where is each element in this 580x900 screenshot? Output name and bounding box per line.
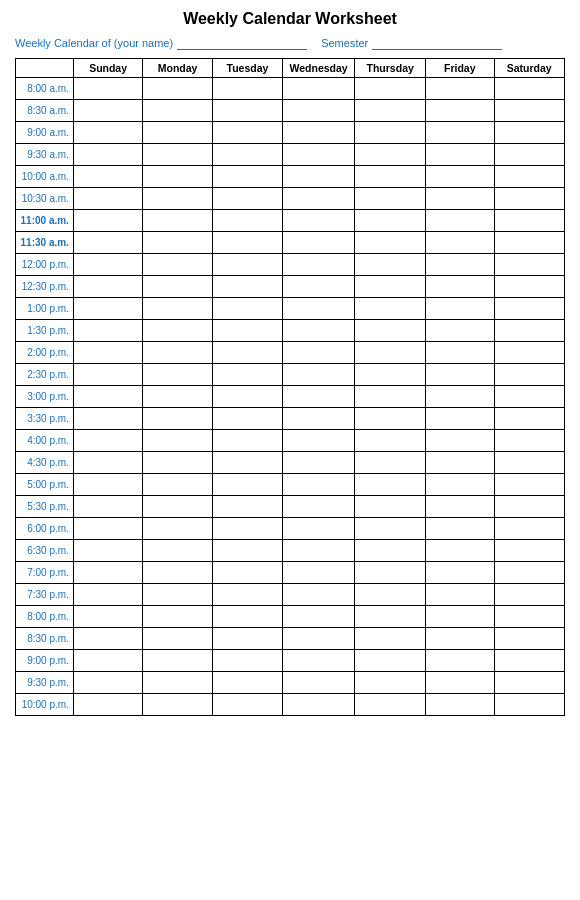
calendar-cell[interactable] — [73, 298, 142, 320]
calendar-cell[interactable] — [143, 694, 213, 716]
calendar-cell[interactable] — [355, 298, 426, 320]
calendar-cell[interactable] — [212, 672, 282, 694]
calendar-cell[interactable] — [282, 254, 354, 276]
calendar-cell[interactable] — [212, 452, 282, 474]
calendar-cell[interactable] — [212, 232, 282, 254]
calendar-cell[interactable] — [73, 496, 142, 518]
calendar-cell[interactable] — [494, 694, 565, 716]
calendar-cell[interactable] — [73, 122, 142, 144]
calendar-cell[interactable] — [355, 562, 426, 584]
calendar-cell[interactable] — [282, 364, 354, 386]
calendar-cell[interactable] — [143, 408, 213, 430]
calendar-cell[interactable] — [355, 232, 426, 254]
calendar-cell[interactable] — [355, 474, 426, 496]
calendar-cell[interactable] — [282, 650, 354, 672]
calendar-cell[interactable] — [282, 144, 354, 166]
calendar-cell[interactable] — [426, 166, 494, 188]
calendar-cell[interactable] — [426, 254, 494, 276]
calendar-cell[interactable] — [73, 100, 142, 122]
calendar-cell[interactable] — [73, 430, 142, 452]
name-field[interactable] — [177, 36, 307, 50]
calendar-cell[interactable] — [494, 364, 565, 386]
calendar-cell[interactable] — [212, 606, 282, 628]
calendar-cell[interactable] — [212, 386, 282, 408]
calendar-cell[interactable] — [494, 496, 565, 518]
calendar-cell[interactable] — [355, 672, 426, 694]
calendar-cell[interactable] — [494, 584, 565, 606]
calendar-cell[interactable] — [426, 232, 494, 254]
calendar-cell[interactable] — [426, 452, 494, 474]
calendar-cell[interactable] — [426, 650, 494, 672]
calendar-cell[interactable] — [143, 210, 213, 232]
calendar-cell[interactable] — [212, 210, 282, 232]
calendar-cell[interactable] — [282, 320, 354, 342]
calendar-cell[interactable] — [143, 496, 213, 518]
calendar-cell[interactable] — [355, 100, 426, 122]
calendar-cell[interactable] — [494, 342, 565, 364]
calendar-cell[interactable] — [73, 408, 142, 430]
calendar-cell[interactable] — [73, 650, 142, 672]
calendar-cell[interactable] — [143, 562, 213, 584]
calendar-cell[interactable] — [212, 364, 282, 386]
calendar-cell[interactable] — [494, 386, 565, 408]
calendar-cell[interactable] — [494, 606, 565, 628]
calendar-cell[interactable] — [355, 518, 426, 540]
calendar-cell[interactable] — [212, 562, 282, 584]
calendar-cell[interactable] — [426, 672, 494, 694]
calendar-cell[interactable] — [282, 628, 354, 650]
calendar-cell[interactable] — [143, 144, 213, 166]
calendar-cell[interactable] — [282, 276, 354, 298]
calendar-cell[interactable] — [73, 276, 142, 298]
calendar-cell[interactable] — [73, 78, 142, 100]
calendar-cell[interactable] — [143, 518, 213, 540]
calendar-cell[interactable] — [494, 320, 565, 342]
calendar-cell[interactable] — [426, 188, 494, 210]
calendar-cell[interactable] — [355, 694, 426, 716]
calendar-cell[interactable] — [494, 430, 565, 452]
calendar-cell[interactable] — [73, 342, 142, 364]
calendar-cell[interactable] — [426, 320, 494, 342]
calendar-cell[interactable] — [282, 562, 354, 584]
calendar-cell[interactable] — [355, 188, 426, 210]
calendar-cell[interactable] — [426, 276, 494, 298]
calendar-cell[interactable] — [282, 672, 354, 694]
calendar-cell[interactable] — [426, 364, 494, 386]
calendar-cell[interactable] — [355, 364, 426, 386]
calendar-cell[interactable] — [143, 342, 213, 364]
calendar-cell[interactable] — [282, 298, 354, 320]
calendar-cell[interactable] — [355, 320, 426, 342]
calendar-cell[interactable] — [73, 474, 142, 496]
calendar-cell[interactable] — [426, 474, 494, 496]
calendar-cell[interactable] — [355, 210, 426, 232]
calendar-cell[interactable] — [73, 694, 142, 716]
calendar-cell[interactable] — [143, 628, 213, 650]
calendar-cell[interactable] — [143, 320, 213, 342]
calendar-cell[interactable] — [494, 232, 565, 254]
semester-field[interactable] — [372, 36, 502, 50]
calendar-cell[interactable] — [73, 584, 142, 606]
calendar-cell[interactable] — [282, 408, 354, 430]
calendar-cell[interactable] — [494, 122, 565, 144]
calendar-cell[interactable] — [282, 386, 354, 408]
calendar-cell[interactable] — [143, 452, 213, 474]
calendar-cell[interactable] — [212, 408, 282, 430]
calendar-cell[interactable] — [426, 430, 494, 452]
calendar-cell[interactable] — [426, 606, 494, 628]
calendar-cell[interactable] — [355, 166, 426, 188]
calendar-cell[interactable] — [73, 144, 142, 166]
calendar-cell[interactable] — [143, 254, 213, 276]
calendar-cell[interactable] — [143, 386, 213, 408]
calendar-cell[interactable] — [73, 364, 142, 386]
calendar-cell[interactable] — [73, 232, 142, 254]
calendar-cell[interactable] — [426, 584, 494, 606]
calendar-cell[interactable] — [282, 166, 354, 188]
calendar-cell[interactable] — [355, 650, 426, 672]
calendar-cell[interactable] — [212, 650, 282, 672]
calendar-cell[interactable] — [426, 78, 494, 100]
calendar-cell[interactable] — [282, 518, 354, 540]
calendar-cell[interactable] — [73, 606, 142, 628]
calendar-cell[interactable] — [282, 584, 354, 606]
calendar-cell[interactable] — [355, 430, 426, 452]
calendar-cell[interactable] — [426, 518, 494, 540]
calendar-cell[interactable] — [494, 672, 565, 694]
